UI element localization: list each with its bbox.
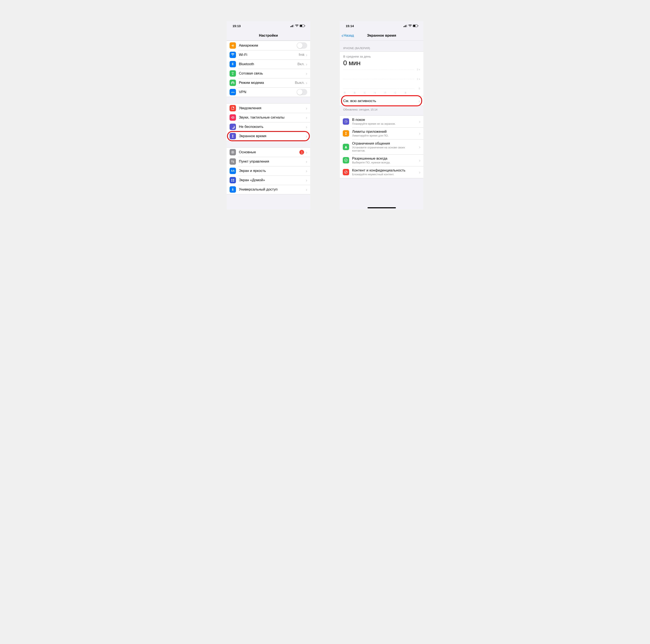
home-icon [229,177,236,183]
chevron-right-icon: › [419,145,421,149]
option-title: Ограничения общения [352,141,417,146]
svg-rect-21 [406,25,406,27]
option-subtitle: Блокируйте неуместный контент. [352,173,417,176]
wifi-icon [408,25,412,27]
accessibility-icon [229,186,236,193]
notifications-icon [229,105,236,111]
settings-row-cellular[interactable]: Сотовая связь› [227,69,310,78]
chevron-right-icon: › [306,106,307,110]
option-title: Лимиты приложений [352,130,417,134]
settings-row-screentime[interactable]: Экранное время› [227,132,310,141]
vpn-icon: VPN [229,89,236,95]
option-row-applimits[interactable]: Лимиты приложенийЛимитируйте время для П… [340,128,423,139]
chevron-right-icon: › [306,125,307,129]
row-label: Экранное время [239,134,306,138]
screentime-screen: 15:14 ‹ Назад Экранное время IPHONE (ВАЛ… [340,21,423,210]
chevron-right-icon: › [419,158,421,162]
settings-row-notifications[interactable]: Уведомления› [227,104,310,113]
option-text: В покоеПланируйте время не за экраном. [352,118,419,125]
settings-row-sounds[interactable]: Звуки, тактильные сигналы› [227,113,310,122]
option-title: Разрешенные всегда [352,157,417,161]
svg-point-27 [345,146,347,147]
row-label: VPN [239,90,297,94]
chevron-right-icon: › [306,150,307,154]
option-title: В покое [352,118,417,122]
chevron-right-icon: › [419,131,421,135]
back-button[interactable]: ‹ Назад [341,33,354,38]
settings-row-hotspot[interactable]: Режим модемаВыкл.› [227,78,310,88]
row-value: Выкл. [295,81,304,85]
svg-rect-16 [231,180,232,182]
svg-rect-6 [305,25,305,26]
svg-point-11 [232,151,233,152]
svg-point-10 [233,107,234,108]
chevron-right-icon: › [306,62,307,66]
svg-rect-15 [233,179,234,180]
home-indicator [367,207,396,208]
downtime-icon [343,118,349,125]
status-time: 15:14 [346,24,354,28]
commlimits-icon [343,144,349,150]
cellular-icon [229,70,236,77]
option-row-allowed[interactable]: Разрешенные всегдаВыберите ПО, нужное вс… [340,154,423,166]
see-all-activity-row[interactable]: См. всю активность › [340,96,423,106]
settings-row-airplane[interactable]: Авиарежим [227,41,310,50]
dnd-icon [229,124,236,130]
control-icon [229,158,236,165]
nav-bar: ‹ Назад Экранное время [340,31,423,41]
option-row-downtime[interactable]: В покоеПланируйте время не за экраном.› [340,115,423,128]
chevron-right-icon: › [419,170,421,174]
cellular-signal-icon [403,25,407,27]
day-label: П [384,92,394,94]
updated-label: Обновлено: сегодня, 15:14 [340,106,423,115]
update-badge: 1 [299,150,304,155]
content-icon [343,169,349,175]
settings-row-bluetooth[interactable]: BluetoothВкл.› [227,60,310,69]
ytick: 2 ч [417,68,420,71]
wifi-icon [229,52,236,58]
settings-row-vpn[interactable]: VPNVPN [227,88,310,97]
settings-row-general[interactable]: Основные1› [227,147,310,157]
applimits-icon [343,130,349,137]
chevron-right-icon: › [419,99,420,103]
toggle-switch[interactable] [297,42,307,49]
settings-row-dnd[interactable]: Не беспокоить› [227,122,310,132]
settings-row-control[interactable]: Пункт управления› [227,157,310,166]
device-header: IPHONE (ВАЛЕРИЯ) [340,41,423,52]
day-label: Ч [373,92,384,94]
chevron-right-icon: › [306,53,307,57]
svg-rect-2 [292,25,293,27]
usage-chart: 2 ч 1 ч 0 [343,69,420,91]
nav-title: Экранное время [367,33,396,38]
ytick: 0 [419,87,420,90]
svg-rect-22 [407,25,407,27]
row-value: fmk [299,53,304,57]
row-value: Вкл. [297,62,305,66]
row-label: Основные [239,150,299,154]
screentime-icon [229,133,236,139]
option-subtitle: Выберите ПО, нужное всегда. [352,161,417,164]
option-text: Разрешенные всегдаВыберите ПО, нужное вс… [352,157,419,164]
svg-rect-14 [231,179,232,180]
option-row-content[interactable]: Контент и конфиденциальностьБлокируйте н… [340,166,423,178]
row-label: Wi-Fi [239,53,299,57]
settings-group: Уведомления›Звуки, тактильные сигналы›Не… [227,103,310,141]
settings-row-accessibility[interactable]: Универсальный доступ› [227,185,310,194]
option-title: Контент и конфиденциальность [352,168,417,173]
option-row-commlimits[interactable]: Ограничения общенияУстановите ограничени… [340,139,423,154]
row-label: Сотовая связь [239,71,306,76]
settings-row-home[interactable]: Экран «Домой»› [227,175,310,185]
allowed-icon [343,157,349,163]
toggle-switch[interactable] [297,89,307,95]
wifi-icon [295,25,298,27]
day-label: В [353,92,363,94]
svg-rect-20 [404,26,405,27]
airplane-icon [229,42,236,49]
settings-row-display[interactable]: AAЭкран и яркость› [227,166,310,175]
settings-row-wifi[interactable]: Wi-Fifmk› [227,50,310,60]
screentime-summary-card: В среднем за день 0 мин 2 ч 1 ч 0 ПВСЧПС… [340,52,423,96]
chevron-right-icon: › [306,188,307,192]
day-label: С [394,92,404,94]
back-label: Назад [344,33,354,38]
battery-icon [300,25,305,27]
